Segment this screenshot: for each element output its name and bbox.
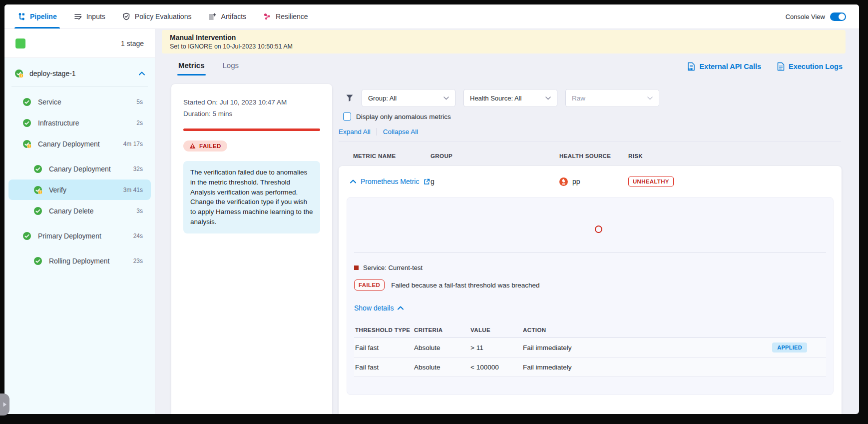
metric-name-cell: Prometheus Metric <box>339 178 431 186</box>
action-label: Fail immediately <box>523 364 572 371</box>
step-primary-deployment[interactable]: Primary Deployment 24s <box>8 226 151 246</box>
nav-tab-artifacts[interactable]: Artifacts <box>208 4 246 28</box>
threshold-type-cell: Fail fast <box>354 364 414 371</box>
stage-status-chip[interactable] <box>15 38 25 48</box>
prometheus-icon <box>559 178 568 186</box>
threshold-type-cell: Fail fast <box>354 344 414 352</box>
view-tabs: Metrics Logs <box>178 61 239 76</box>
api-document-icon <box>687 62 695 71</box>
risk-badge: UNHEALTHY <box>628 176 674 186</box>
action-cell: Fail immediately APPLIED <box>523 342 826 352</box>
raw-filter-dropdown[interactable]: Raw <box>565 89 659 107</box>
step-canary-deployment[interactable]: Canary Deployment 32s <box>8 158 151 179</box>
panel-expand-handle[interactable] <box>0 394 9 416</box>
tab-metrics[interactable]: Metrics <box>178 61 205 76</box>
execution-logs-link[interactable]: Execution Logs <box>777 62 843 71</box>
verification-message: The verification failed due to anomalies… <box>183 161 320 234</box>
step-duration: 5s <box>136 98 143 106</box>
stage-row-deploy-stage-1[interactable]: deploy-stage-1 <box>4 65 155 82</box>
col-group: GROUP <box>431 153 559 159</box>
step-duration: 2s <box>136 120 143 126</box>
step-duration: 24s <box>133 232 143 240</box>
step-duration: 23s <box>133 258 143 264</box>
chevron-up-icon[interactable] <box>139 72 145 76</box>
step-service[interactable]: Service 5s <box>8 92 151 112</box>
metric-chart <box>354 198 826 253</box>
criteria-cell: Absolute <box>414 364 470 371</box>
nav-tab-inputs[interactable]: Inputs <box>74 4 105 28</box>
warning-success-icon <box>22 140 31 148</box>
inputs-icon <box>74 12 82 20</box>
metric-risk-cell: UNHEALTHY <box>628 176 842 186</box>
divider <box>339 142 841 142</box>
step-canary-delete[interactable]: Canary Delete 3s <box>8 200 151 221</box>
anomalous-checkbox[interactable] <box>343 112 351 120</box>
tab-logs[interactable]: Logs <box>223 61 239 76</box>
verification-status-line: FAILED Failed because a fail-fast thresh… <box>354 280 826 290</box>
step-label: Service <box>38 98 136 106</box>
verification-summary-card: Started On: Jul 10, 2023 10:47 AM Durati… <box>171 84 332 414</box>
step-label: Rolling Deployment <box>49 257 133 265</box>
anomalous-checkbox-label: Display only anomalous metrics <box>356 113 451 120</box>
step-label: Canary Deployment <box>38 140 123 148</box>
nav-tab-resilience[interactable]: Resilience <box>263 4 308 28</box>
show-details-label: Show details <box>354 304 394 312</box>
failed-badge: FAILED <box>354 280 385 290</box>
health-source-filter-value: Health Source: All <box>470 94 521 102</box>
show-details-toggle[interactable]: Show details <box>354 304 826 312</box>
collapse-all-link[interactable]: Collapse All <box>383 128 419 136</box>
console-view-label: Console View <box>786 13 825 20</box>
step-label: Primary Deployment <box>38 232 133 240</box>
group-filter-value: Group: All <box>368 94 397 102</box>
filter-icon[interactable] <box>346 94 354 102</box>
health-source-filter-dropdown[interactable]: Health Source: All <box>463 89 557 107</box>
nav-tab-policy-evaluations[interactable]: Policy Evaluations <box>122 4 192 28</box>
banner-subtitle: Set to IGNORE on 10-Jul-2023 10:50:51 AM <box>170 43 838 50</box>
success-icon <box>22 98 31 106</box>
step-label: Canary Deployment <box>49 165 133 173</box>
group-filter-dropdown[interactable]: Group: All <box>362 89 455 107</box>
metric-row[interactable]: Prometheus Metric g pp UNHEALTHY <box>339 166 842 197</box>
step-rolling-deployment[interactable]: Rolling Deployment 23s <box>8 250 151 271</box>
col-risk: RISK <box>628 153 842 159</box>
warning-success-icon <box>33 186 42 194</box>
stage-sidebar: 1 stage deploy-stage-1 Service 5s Infra <box>4 29 155 414</box>
toggle-knob <box>839 14 845 20</box>
step-canary-deployment-group[interactable]: Canary Deployment 4m 17s <box>8 134 151 154</box>
console-view-toggle[interactable] <box>830 12 846 21</box>
metrics-table-header: METRIC NAME GROUP HEALTH SOURCE RISK <box>339 153 842 159</box>
execution-tree: deploy-stage-1 Service 5s Infrastructure… <box>4 58 155 414</box>
divider <box>11 86 148 86</box>
external-api-calls-link[interactable]: External API Calls <box>687 62 761 71</box>
step-label: Canary Delete <box>49 207 136 215</box>
nav-tab-pipeline[interactable]: Pipeline <box>17 4 57 28</box>
success-icon <box>33 256 42 266</box>
criteria-cell: Absolute <box>414 344 470 352</box>
console-view-control: Console View <box>786 12 846 21</box>
top-nav: Pipeline Inputs Policy Evaluations Artif… <box>4 4 859 29</box>
status-badge: FAILED <box>183 140 227 152</box>
metric-card: Prometheus Metric g pp UNHEALTHY <box>339 166 842 414</box>
success-icon <box>22 118 31 128</box>
stage-header: 1 stage <box>4 29 155 58</box>
threshold-row: Fail fast Absolute < 100000 Fail immedia… <box>354 358 826 377</box>
external-link-icon[interactable] <box>424 178 430 185</box>
metric-name-link[interactable]: Prometheus Metric <box>361 178 419 186</box>
step-label: Infrastructure <box>38 119 136 127</box>
banner-title: Manual Intervention <box>170 34 838 42</box>
nav-tab-label: Inputs <box>86 12 105 20</box>
step-verify[interactable]: Verify 3m 41s <box>8 180 151 200</box>
chevron-up-icon[interactable] <box>350 180 356 184</box>
status-badge-label: FAILED <box>199 143 221 149</box>
metric-group-cell: g <box>431 178 559 186</box>
health-source-value: pp <box>572 178 580 186</box>
nav-tab-label: Policy Evaluations <box>135 12 192 20</box>
started-on: Started On: Jul 10, 2023 10:47 AM <box>183 97 320 108</box>
shield-check-icon <box>122 12 130 20</box>
warning-success-icon <box>14 69 23 78</box>
external-api-calls-label: External API Calls <box>699 62 761 70</box>
step-duration: 3m 41s <box>123 186 143 194</box>
expand-all-link[interactable]: Expand All <box>339 128 371 136</box>
anomaly-data-point[interactable] <box>595 226 602 233</box>
step-infrastructure[interactable]: Infrastructure 2s <box>8 112 151 133</box>
